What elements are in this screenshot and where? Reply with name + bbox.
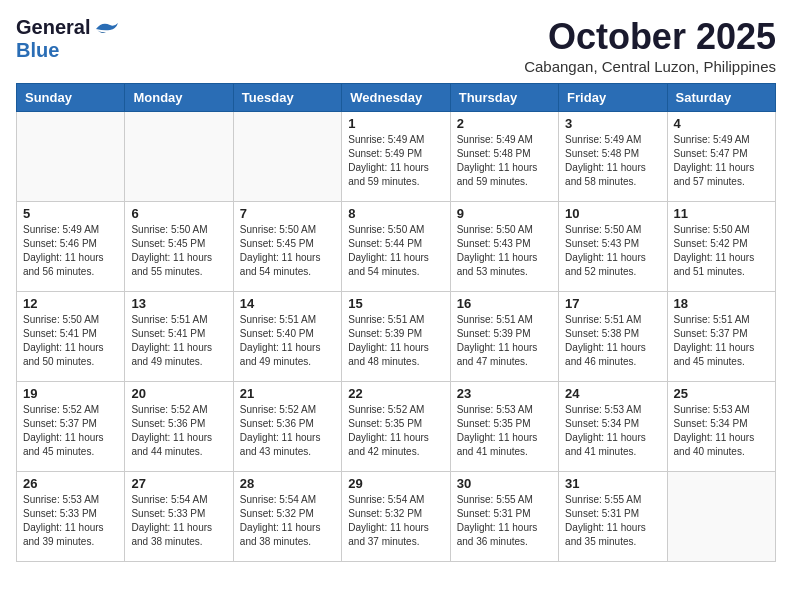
calendar-cell: 22Sunrise: 5:52 AM Sunset: 5:35 PM Dayli… — [342, 382, 450, 472]
calendar-cell: 15Sunrise: 5:51 AM Sunset: 5:39 PM Dayli… — [342, 292, 450, 382]
weekday-header-monday: Monday — [125, 84, 233, 112]
calendar-cell: 24Sunrise: 5:53 AM Sunset: 5:34 PM Dayli… — [559, 382, 667, 472]
calendar-cell: 3Sunrise: 5:49 AM Sunset: 5:48 PM Daylig… — [559, 112, 667, 202]
day-number: 31 — [565, 476, 660, 491]
day-info: Sunrise: 5:54 AM Sunset: 5:32 PM Dayligh… — [240, 493, 335, 549]
day-info: Sunrise: 5:54 AM Sunset: 5:33 PM Dayligh… — [131, 493, 226, 549]
weekday-header-row: SundayMondayTuesdayWednesdayThursdayFrid… — [17, 84, 776, 112]
calendar-week-3: 12Sunrise: 5:50 AM Sunset: 5:41 PM Dayli… — [17, 292, 776, 382]
day-number: 14 — [240, 296, 335, 311]
weekday-header-wednesday: Wednesday — [342, 84, 450, 112]
calendar-cell: 7Sunrise: 5:50 AM Sunset: 5:45 PM Daylig… — [233, 202, 341, 292]
day-info: Sunrise: 5:53 AM Sunset: 5:33 PM Dayligh… — [23, 493, 118, 549]
logo-general-text: General — [16, 16, 90, 39]
calendar-cell — [667, 472, 775, 562]
day-info: Sunrise: 5:51 AM Sunset: 5:38 PM Dayligh… — [565, 313, 660, 369]
calendar-cell: 20Sunrise: 5:52 AM Sunset: 5:36 PM Dayli… — [125, 382, 233, 472]
calendar-cell: 26Sunrise: 5:53 AM Sunset: 5:33 PM Dayli… — [17, 472, 125, 562]
day-info: Sunrise: 5:49 AM Sunset: 5:46 PM Dayligh… — [23, 223, 118, 279]
day-info: Sunrise: 5:51 AM Sunset: 5:39 PM Dayligh… — [348, 313, 443, 369]
month-title: October 2025 — [524, 16, 776, 58]
calendar-cell: 21Sunrise: 5:52 AM Sunset: 5:36 PM Dayli… — [233, 382, 341, 472]
day-number: 2 — [457, 116, 552, 131]
day-info: Sunrise: 5:52 AM Sunset: 5:37 PM Dayligh… — [23, 403, 118, 459]
weekday-header-saturday: Saturday — [667, 84, 775, 112]
calendar-cell — [125, 112, 233, 202]
day-number: 15 — [348, 296, 443, 311]
day-info: Sunrise: 5:50 AM Sunset: 5:45 PM Dayligh… — [240, 223, 335, 279]
calendar-cell: 29Sunrise: 5:54 AM Sunset: 5:32 PM Dayli… — [342, 472, 450, 562]
day-number: 28 — [240, 476, 335, 491]
day-number: 13 — [131, 296, 226, 311]
day-number: 26 — [23, 476, 118, 491]
calendar-cell: 10Sunrise: 5:50 AM Sunset: 5:43 PM Dayli… — [559, 202, 667, 292]
day-info: Sunrise: 5:51 AM Sunset: 5:37 PM Dayligh… — [674, 313, 769, 369]
day-number: 6 — [131, 206, 226, 221]
day-number: 18 — [674, 296, 769, 311]
day-info: Sunrise: 5:49 AM Sunset: 5:48 PM Dayligh… — [565, 133, 660, 189]
day-info: Sunrise: 5:51 AM Sunset: 5:40 PM Dayligh… — [240, 313, 335, 369]
day-number: 25 — [674, 386, 769, 401]
calendar-cell — [17, 112, 125, 202]
calendar-cell: 31Sunrise: 5:55 AM Sunset: 5:31 PM Dayli… — [559, 472, 667, 562]
day-info: Sunrise: 5:51 AM Sunset: 5:39 PM Dayligh… — [457, 313, 552, 369]
day-number: 9 — [457, 206, 552, 221]
title-block: October 2025 Cabangan, Central Luzon, Ph… — [524, 16, 776, 75]
location-text: Cabangan, Central Luzon, Philippines — [524, 58, 776, 75]
calendar-cell: 12Sunrise: 5:50 AM Sunset: 5:41 PM Dayli… — [17, 292, 125, 382]
calendar-cell: 9Sunrise: 5:50 AM Sunset: 5:43 PM Daylig… — [450, 202, 558, 292]
weekday-header-tuesday: Tuesday — [233, 84, 341, 112]
day-info: Sunrise: 5:53 AM Sunset: 5:35 PM Dayligh… — [457, 403, 552, 459]
calendar-cell: 30Sunrise: 5:55 AM Sunset: 5:31 PM Dayli… — [450, 472, 558, 562]
day-number: 4 — [674, 116, 769, 131]
calendar-cell: 14Sunrise: 5:51 AM Sunset: 5:40 PM Dayli… — [233, 292, 341, 382]
day-number: 3 — [565, 116, 660, 131]
day-number: 30 — [457, 476, 552, 491]
day-number: 19 — [23, 386, 118, 401]
day-info: Sunrise: 5:50 AM Sunset: 5:42 PM Dayligh… — [674, 223, 769, 279]
day-number: 12 — [23, 296, 118, 311]
calendar-cell: 11Sunrise: 5:50 AM Sunset: 5:42 PM Dayli… — [667, 202, 775, 292]
logo: General Blue — [16, 16, 120, 62]
calendar-cell: 13Sunrise: 5:51 AM Sunset: 5:41 PM Dayli… — [125, 292, 233, 382]
day-info: Sunrise: 5:49 AM Sunset: 5:48 PM Dayligh… — [457, 133, 552, 189]
day-number: 24 — [565, 386, 660, 401]
calendar-week-4: 19Sunrise: 5:52 AM Sunset: 5:37 PM Dayli… — [17, 382, 776, 472]
logo-blue-text: Blue — [16, 39, 59, 62]
day-info: Sunrise: 5:55 AM Sunset: 5:31 PM Dayligh… — [457, 493, 552, 549]
calendar-week-5: 26Sunrise: 5:53 AM Sunset: 5:33 PM Dayli… — [17, 472, 776, 562]
calendar-cell: 19Sunrise: 5:52 AM Sunset: 5:37 PM Dayli… — [17, 382, 125, 472]
day-number: 16 — [457, 296, 552, 311]
day-number: 27 — [131, 476, 226, 491]
day-number: 1 — [348, 116, 443, 131]
day-info: Sunrise: 5:51 AM Sunset: 5:41 PM Dayligh… — [131, 313, 226, 369]
day-number: 7 — [240, 206, 335, 221]
weekday-header-thursday: Thursday — [450, 84, 558, 112]
day-number: 10 — [565, 206, 660, 221]
calendar-cell: 18Sunrise: 5:51 AM Sunset: 5:37 PM Dayli… — [667, 292, 775, 382]
calendar-cell: 28Sunrise: 5:54 AM Sunset: 5:32 PM Dayli… — [233, 472, 341, 562]
calendar-cell: 6Sunrise: 5:50 AM Sunset: 5:45 PM Daylig… — [125, 202, 233, 292]
day-info: Sunrise: 5:52 AM Sunset: 5:36 PM Dayligh… — [240, 403, 335, 459]
day-number: 22 — [348, 386, 443, 401]
day-number: 5 — [23, 206, 118, 221]
day-info: Sunrise: 5:54 AM Sunset: 5:32 PM Dayligh… — [348, 493, 443, 549]
calendar-cell: 8Sunrise: 5:50 AM Sunset: 5:44 PM Daylig… — [342, 202, 450, 292]
day-number: 21 — [240, 386, 335, 401]
day-info: Sunrise: 5:52 AM Sunset: 5:35 PM Dayligh… — [348, 403, 443, 459]
calendar-cell: 1Sunrise: 5:49 AM Sunset: 5:49 PM Daylig… — [342, 112, 450, 202]
weekday-header-friday: Friday — [559, 84, 667, 112]
day-info: Sunrise: 5:55 AM Sunset: 5:31 PM Dayligh… — [565, 493, 660, 549]
day-info: Sunrise: 5:53 AM Sunset: 5:34 PM Dayligh… — [674, 403, 769, 459]
calendar-week-2: 5Sunrise: 5:49 AM Sunset: 5:46 PM Daylig… — [17, 202, 776, 292]
day-info: Sunrise: 5:49 AM Sunset: 5:47 PM Dayligh… — [674, 133, 769, 189]
calendar-cell: 25Sunrise: 5:53 AM Sunset: 5:34 PM Dayli… — [667, 382, 775, 472]
calendar-cell: 2Sunrise: 5:49 AM Sunset: 5:48 PM Daylig… — [450, 112, 558, 202]
day-info: Sunrise: 5:52 AM Sunset: 5:36 PM Dayligh… — [131, 403, 226, 459]
day-number: 29 — [348, 476, 443, 491]
day-info: Sunrise: 5:49 AM Sunset: 5:49 PM Dayligh… — [348, 133, 443, 189]
calendar-cell — [233, 112, 341, 202]
calendar-cell: 16Sunrise: 5:51 AM Sunset: 5:39 PM Dayli… — [450, 292, 558, 382]
day-info: Sunrise: 5:50 AM Sunset: 5:43 PM Dayligh… — [457, 223, 552, 279]
day-info: Sunrise: 5:50 AM Sunset: 5:44 PM Dayligh… — [348, 223, 443, 279]
